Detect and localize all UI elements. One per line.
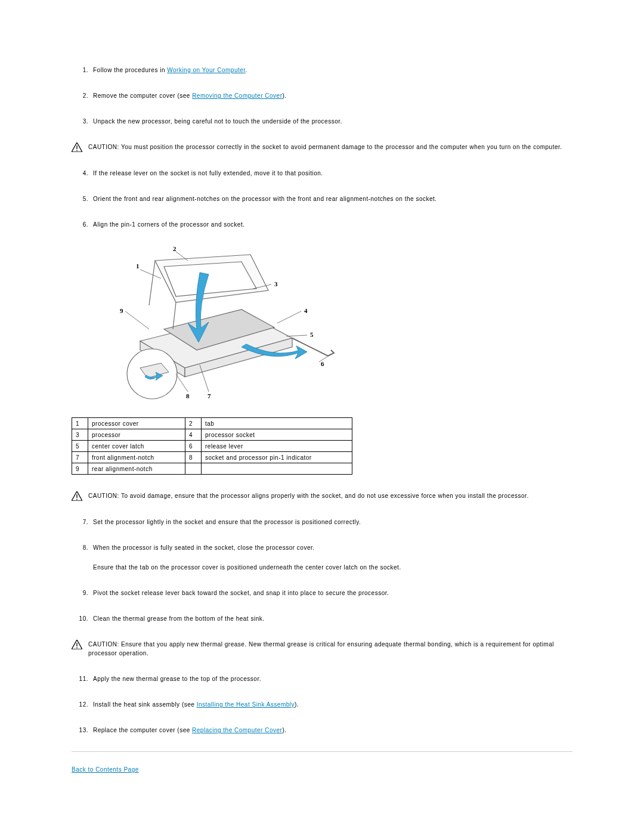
step-7: 7. Set the processor lightly in the sock…: [72, 518, 572, 527]
step-list-c: 7. Set the processor lightly in the sock…: [72, 518, 572, 623]
step-num: 8.: [72, 543, 93, 552]
step-num: 13.: [72, 726, 93, 735]
caution-text: CAUTION: You must position the processor…: [88, 143, 562, 151]
back-to-contents: Back to Contents Page: [72, 766, 572, 773]
step-text: If the release lever on the socket is no…: [93, 169, 572, 178]
svg-line-12: [140, 270, 161, 278]
step-list-b: 4. If the release lever on the socket is…: [72, 169, 572, 229]
step-num: 9.: [72, 589, 93, 597]
step-num: 12.: [72, 700, 93, 709]
divider: [72, 751, 572, 752]
step-text: Replace the computer cover (see Replacin…: [93, 726, 572, 735]
step-text: Unpack the new processor, being careful …: [93, 117, 572, 126]
step-4: 4. If the release lever on the socket is…: [72, 169, 572, 178]
caution-1: CAUTION: You must position the processor…: [72, 143, 572, 152]
table-row: 5 center cover latch 6 release lever: [72, 441, 352, 452]
link-working-on-computer[interactable]: Working on Your Computer: [167, 67, 245, 73]
step-num: 10.: [72, 614, 93, 623]
step-text: Orient the front and rear alignment-notc…: [93, 194, 572, 203]
step-text: Apply the new thermal grease to the top …: [93, 674, 572, 683]
diagram-label-6: 6: [321, 360, 324, 367]
diagram-label-8: 8: [186, 392, 190, 400]
diagram-label-7: 7: [208, 392, 211, 400]
step-num: 11.: [72, 674, 93, 683]
svg-point-1: [76, 150, 78, 151]
step-13: 13. Replace the computer cover (see Repl…: [72, 726, 572, 735]
svg-line-8: [149, 261, 155, 305]
step-num: 5.: [72, 194, 93, 203]
step-text: Clean the thermal grease from the bottom…: [93, 614, 572, 623]
step-num: 7.: [72, 518, 93, 527]
caution-icon: [72, 640, 85, 649]
processor-diagram: 1 2 3 4 5 6 7 8 9: [98, 246, 349, 401]
svg-point-22: [76, 498, 78, 500]
step-text: Set the processor lightly in the socket …: [93, 518, 572, 527]
step-text: Install the heat sink assembly (see Inst…: [93, 700, 572, 709]
diagram-label-3: 3: [274, 280, 278, 287]
step-num: 2.: [72, 91, 93, 100]
step-11: 11. Apply the new thermal grease to the …: [72, 674, 572, 683]
link-replace-cover[interactable]: Replacing the Computer Cover: [192, 727, 282, 733]
step-6: 6. Align the pin-1 corners of the proces…: [72, 220, 572, 229]
link-removing-cover[interactable]: Removing the Computer Cover: [192, 92, 282, 99]
parts-table: 1 processor cover 2 tab 3 processor 4 pr…: [72, 417, 352, 475]
step-1: 1. Follow the procedures in Working on Y…: [72, 66, 572, 75]
step-12: 12. Install the heat sink assembly (see …: [72, 700, 572, 709]
step-list-d: 11. Apply the new thermal grease to the …: [72, 674, 572, 735]
step-10: 10. Clean the thermal grease from the bo…: [72, 614, 572, 623]
caution-text: CAUTION: To avoid damage, ensure that th…: [88, 491, 529, 500]
step-text: Ensure that the tab on the processor cov…: [93, 563, 572, 572]
document-page: 1. Follow the procedures in Working on Y…: [0, 0, 644, 833]
table-row: 1 processor cover 2 tab: [72, 418, 352, 429]
svg-line-16: [286, 335, 307, 336]
step-5: 5. Orient the front and rear alignment-n…: [72, 194, 572, 203]
table-row: 7 front alignment-notch 8 socket and pro…: [72, 452, 352, 463]
step-3: 3. Unpack the new processor, being caref…: [72, 117, 572, 126]
step-text: Align the pin-1 corners of the processor…: [93, 220, 572, 229]
step-num: 4.: [72, 169, 93, 178]
step-8-extra: Ensure that the tab on the processor cov…: [72, 563, 572, 572]
step-num: 1.: [72, 66, 93, 75]
back-to-contents-link[interactable]: Back to Contents Page: [72, 766, 139, 773]
diagram-label-2: 2: [173, 246, 177, 252]
step-num: 3.: [72, 117, 93, 126]
svg-line-20: [125, 311, 149, 329]
diagram-label-4: 4: [304, 307, 308, 314]
step-text: Remove the computer cover (see Removing …: [93, 91, 572, 100]
step-text: Follow the procedures in Working on Your…: [93, 66, 572, 75]
table-row: 3 processor 4 processor socket: [72, 429, 352, 441]
caution-2: CAUTION: To avoid damage, ensure that th…: [72, 491, 572, 501]
step-text: When the processor is fully seated in th…: [93, 543, 572, 552]
step-num: 6.: [72, 220, 93, 229]
step-2: 2. Remove the computer cover (see Removi…: [72, 91, 572, 100]
step-9: 9. Pivot the socket release lever back t…: [72, 589, 572, 597]
step-8: 8. When the processor is fully seated in…: [72, 543, 572, 552]
step-text: Pivot the socket release lever back towa…: [93, 589, 572, 597]
svg-line-9: [173, 302, 176, 329]
link-install-heatsink[interactable]: Installing the Heat Sink Assembly: [197, 701, 295, 708]
table-row: 9 rear alignment-notch: [72, 463, 352, 475]
svg-point-24: [76, 647, 78, 648]
diagram-label-5: 5: [310, 331, 314, 338]
diagram-label-9: 9: [120, 307, 123, 314]
caution-icon: [72, 491, 85, 501]
step-list-a: 1. Follow the procedures in Working on Y…: [72, 66, 572, 126]
caution-3: CAUTION: Ensure that you apply new therm…: [72, 640, 572, 658]
diagram-label-1: 1: [136, 262, 140, 270]
svg-line-15: [277, 311, 301, 323]
caution-icon: [72, 143, 85, 152]
caution-text: CAUTION: Ensure that you apply new therm…: [88, 640, 572, 658]
